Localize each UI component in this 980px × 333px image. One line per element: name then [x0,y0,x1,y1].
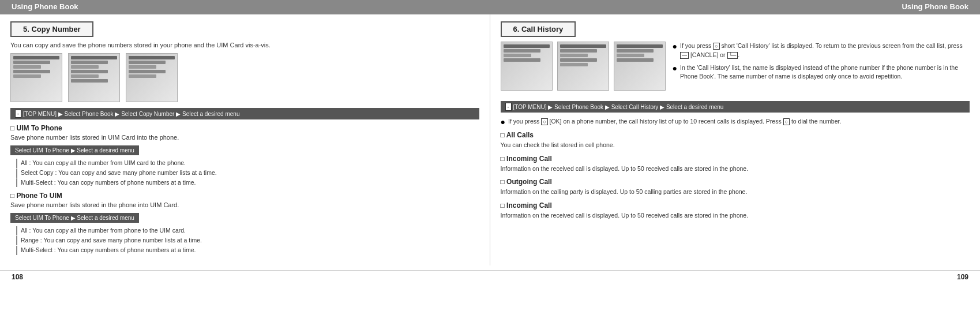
outgoing-call-title: □ Outgoing Call [501,178,970,186]
incoming-call1-title: □ Incoming Call [501,155,970,163]
phone-to-uim-bullet-list: All : You can copy all the number from p… [16,226,479,255]
phone-to-uim-bullet-3: Multi-Select : You can copy numbers of p… [16,246,479,255]
phone-to-uim-bullet-1: All : You can copy all the number from p… [16,226,479,235]
uim-nav-label: Select UIM To Phone ▶ Select a desired m… [15,147,134,154]
outgoing-call-section: □ Outgoing Call Information on the calli… [501,178,970,197]
page-header: Using Phone Book Using Phone Book [0,0,980,13]
left-nav-label: [TOP MENU] ▶ Select Phone Book ▶ Select … [23,111,239,117]
incoming-call1-section: □ Incoming Call Information on the recei… [501,155,970,174]
right-bullet-2: ● In the 'Call History' list, the name i… [673,63,970,82]
all-calls-desc: You can check the list stored in cell ph… [501,141,970,150]
left-nav-box: - [TOP MENU] ▶ Select Phone Book ▶ Selec… [10,108,479,119]
right-panel: 6. Call History [490,14,981,265]
right-bullet-2-text: In the 'Call History' list, the name is … [680,63,970,82]
left-section-desc: You can copy and save the phone numbers … [10,42,479,48]
right-phone-img-1 [501,42,553,91]
page-footer: 108 109 [0,270,980,283]
incoming-call2-desc: Information on the received call is disp… [501,211,970,220]
bullet-dot-1: ● [673,42,677,50]
uim-bullet-1: All : You can copy all the number from U… [16,159,479,168]
right-section-title-box: 6. Call History [501,21,576,37]
bullet-dot-2: ● [673,64,677,72]
incoming-call2-section: □ Incoming Call Information on the recei… [501,201,970,220]
right-section-title: 6. Call History [513,25,564,33]
phone-to-uim-nav-box: Select UIM To Phone ▶ Select a desired m… [10,213,139,223]
header-right-title: Using Phone Book [902,2,968,11]
uim-to-phone-title: □ UIM To Phone [10,124,479,132]
ok-note-text: If you press ○ [OK] on a phone number, t… [508,117,841,126]
right-images-row [501,42,666,91]
outgoing-call-desc: Information on the calling party is disp… [501,188,970,197]
right-phone-img-3 [614,42,666,91]
right-nav-icon: - [505,103,512,111]
left-section-title-box: 5. Copy Number [10,21,93,37]
ok-bullet-dot: ● [501,118,505,126]
uim-bullet-2: Select Copy : You can copy and save many… [16,169,479,178]
phone-img-1 [10,53,62,102]
phone-to-uim-nav-label: Select UIM To Phone ▶ Select a desired m… [15,215,134,221]
right-bullets-area: ● If you press ○ short 'Call History' li… [673,42,970,96]
right-bullet-1: ● If you press ○ short 'Call History' li… [673,42,970,60]
right-nav-box: - [TOP MENU] ▶ Select Phone Book ▶ Selec… [501,101,970,113]
content-area: 5. Copy Number You can copy and save the… [0,14,980,265]
footer-right-page: 109 [957,273,968,281]
left-panel: 5. Copy Number You can copy and save the… [0,14,490,265]
uim-to-phone-desc: Save phone number lists stored in UIM Ca… [10,134,479,141]
phone-img-3 [126,53,178,102]
all-calls-title: □ All Calls [501,131,970,139]
uim-bullet-3: Multi-Select : You can copy numbers of p… [16,178,479,188]
right-bullet-1-text: If you press ○ short 'Call History' list… [680,42,970,60]
all-calls-section: □ All Calls You can check the list store… [501,131,970,150]
header-left-title: Using Phone Book [12,2,78,11]
phone-to-uim-bullet-2: Range : You can copy and save many phone… [16,236,479,245]
phone-to-uim-title: □ Phone To UIM [10,192,479,200]
nav-icon-left: - [15,110,21,118]
uim-bullet-list: All : You can copy all the number from U… [16,159,479,187]
left-images-row [10,53,479,102]
right-nav-label: [TOP MENU] ▶ Select Phone Book ▶ Select … [513,104,724,110]
incoming-call2-title: □ Incoming Call [501,201,970,209]
ok-note: ● If you press ○ [OK] on a phone number,… [501,117,970,126]
left-section-title: 5. Copy Number [23,25,81,33]
phone-to-uim-desc: Save phone number lists stored in the ph… [10,201,479,208]
uim-nav-box: Select UIM To Phone ▶ Select a desired m… [10,145,139,155]
incoming-call1-desc: Information on the received call is disp… [501,164,970,174]
footer-left-page: 108 [12,273,23,281]
phone-img-2 [68,53,120,102]
right-phone-img-2 [557,42,609,91]
